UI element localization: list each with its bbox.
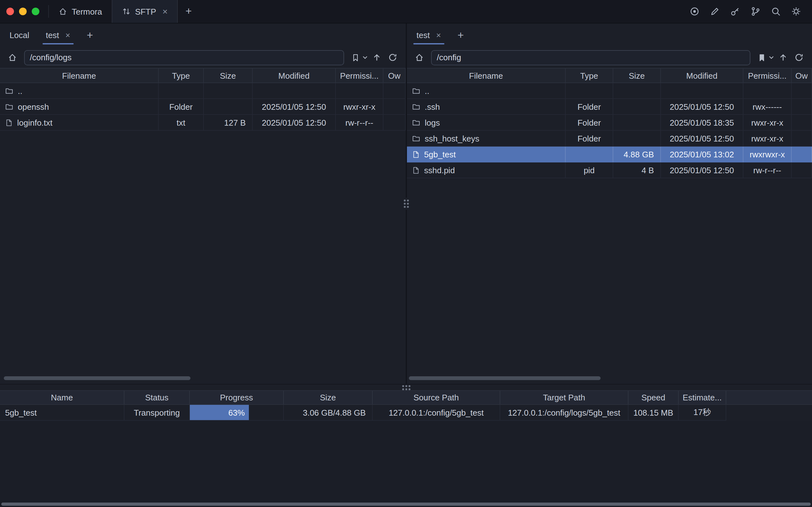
- file-modified: 2025/01/05 18:35: [661, 115, 744, 131]
- right-tab-test[interactable]: test ×: [408, 23, 449, 47]
- tab-sftp-close-icon[interactable]: ×: [163, 7, 168, 16]
- transfer-target-path: 127.0.0.1:/config/logs/5gb_test: [500, 405, 629, 421]
- right-up-directory-icon[interactable]: [776, 50, 790, 65]
- transfers-col-estimate[interactable]: Estimate...: [679, 391, 726, 404]
- bottom-scrollbar[interactable]: [1, 503, 811, 506]
- file-permissions: rw-r--r--: [744, 162, 792, 178]
- file-size: [204, 99, 253, 115]
- file-name: logs: [425, 118, 440, 127]
- table-row[interactable]: ssh_host_keys Folder 2025/01/05 12:50 rw…: [407, 131, 812, 147]
- right-table-header: Filename Type Size Modified Permissi... …: [407, 68, 812, 83]
- right-tab-test-close-icon[interactable]: ×: [436, 31, 441, 39]
- left-bookmark-icon[interactable]: [349, 50, 362, 65]
- transfers-col-size[interactable]: Size: [284, 391, 373, 404]
- left-col-type[interactable]: Type: [159, 68, 204, 82]
- left-refresh-icon[interactable]: [386, 50, 399, 65]
- right-col-size[interactable]: Size: [613, 68, 661, 82]
- transfers-col-source[interactable]: Source Path: [373, 391, 500, 404]
- file-permissions: rwxr-xr-x: [744, 115, 792, 131]
- table-row[interactable]: ..: [407, 83, 812, 99]
- folder-icon: [412, 87, 420, 95]
- file-owner: [792, 162, 812, 178]
- right-bookmark-icon[interactable]: [756, 50, 768, 65]
- file-name: ssh_host_keys: [425, 133, 479, 143]
- right-path-input[interactable]: [431, 50, 750, 65]
- file-permissions: rwxr-xr-x: [336, 99, 383, 115]
- right-col-permissions[interactable]: Permissi...: [744, 68, 792, 82]
- close-window-button[interactable]: [6, 8, 14, 15]
- pane-splitter[interactable]: [406, 23, 407, 384]
- table-row[interactable]: openssh Folder 2025/01/05 12:50 rwxr-xr-…: [0, 99, 406, 115]
- file-size: 127 B: [204, 115, 253, 131]
- key-icon[interactable]: [728, 4, 742, 18]
- file-icon: [412, 150, 420, 158]
- tab-termora[interactable]: Termora: [49, 0, 111, 23]
- table-row[interactable]: ..: [0, 83, 406, 99]
- file-permissions: rw-r--r--: [336, 115, 383, 131]
- right-col-type[interactable]: Type: [566, 68, 613, 82]
- transfers-col-name[interactable]: Name: [0, 391, 124, 404]
- transfers-col-progress[interactable]: Progress: [190, 391, 284, 404]
- file-size: 4.88 GB: [613, 147, 661, 162]
- left-horizontal-scrollbar[interactable]: [4, 376, 191, 380]
- right-new-tab-button[interactable]: +: [449, 23, 472, 47]
- transfers-col-target[interactable]: Target Path: [500, 391, 629, 404]
- titlebar: Termora SFTP × +: [0, 0, 812, 23]
- table-row[interactable]: .ssh Folder 2025/01/05 12:50 rwx------: [407, 99, 812, 115]
- minimize-window-button[interactable]: [19, 8, 27, 15]
- left-path-input[interactable]: [24, 50, 344, 65]
- transfers-header: Name Status Progress Size Source Path Ta…: [0, 390, 812, 405]
- file-type: [159, 83, 204, 99]
- left-col-modified[interactable]: Modified: [253, 68, 336, 82]
- left-tab-test-close-icon[interactable]: ×: [65, 31, 70, 39]
- search-icon[interactable]: [769, 4, 783, 18]
- right-toolbar-actions: [756, 50, 806, 65]
- left-col-owner[interactable]: Ow: [383, 68, 406, 82]
- left-new-tab-button[interactable]: +: [78, 23, 101, 47]
- left-tab-test[interactable]: test ×: [38, 23, 78, 47]
- right-table-body: .. .ssh Folder 2025/01/05 12:50 rwx-----…: [407, 83, 812, 178]
- left-tab-local[interactable]: Local: [1, 23, 38, 47]
- app-window: Termora SFTP × +: [0, 0, 812, 507]
- transfers-col-speed[interactable]: Speed: [629, 391, 679, 404]
- right-col-filename[interactable]: Filename: [407, 68, 566, 82]
- right-bookmark-caret-icon[interactable]: [769, 56, 774, 59]
- right-col-modified[interactable]: Modified: [661, 68, 744, 82]
- branch-icon[interactable]: [749, 4, 762, 18]
- right-home-icon[interactable]: [413, 50, 426, 65]
- new-window-tab-button[interactable]: +: [178, 0, 199, 23]
- zoom-window-button[interactable]: [32, 8, 39, 15]
- left-col-filename[interactable]: Filename: [0, 68, 159, 82]
- file-icon: [5, 118, 13, 127]
- transfers-col-status[interactable]: Status: [124, 391, 190, 404]
- transfer-speed: 108.15 MB: [629, 405, 679, 421]
- file-permissions: [336, 83, 383, 99]
- tab-termora-label: Termora: [72, 7, 102, 16]
- transfers-splitter[interactable]: [0, 384, 812, 390]
- left-up-directory-icon[interactable]: [370, 50, 383, 65]
- table-row[interactable]: logs Folder 2025/01/05 18:35 rwxr-xr-x: [407, 115, 812, 131]
- transfer-name: 5gb_test: [0, 405, 124, 421]
- right-col-owner[interactable]: Ow: [792, 68, 812, 82]
- record-icon[interactable]: [688, 4, 702, 18]
- left-home-icon[interactable]: [6, 50, 19, 65]
- settings-gear-icon[interactable]: [789, 4, 803, 18]
- left-col-permissions[interactable]: Permissi...: [336, 68, 383, 82]
- transfers-splitter-grip-icon[interactable]: [402, 385, 410, 390]
- file-modified: 2025/01/05 12:50: [253, 115, 336, 131]
- file-modified: 2025/01/05 12:50: [661, 131, 744, 147]
- file-size: [613, 131, 661, 147]
- file-icon: [412, 166, 420, 174]
- right-horizontal-scrollbar[interactable]: [409, 376, 601, 380]
- right-refresh-icon[interactable]: [792, 50, 806, 65]
- edit-pencil-icon[interactable]: [708, 4, 722, 18]
- left-col-size[interactable]: Size: [204, 68, 253, 82]
- pane-splitter-grip-icon[interactable]: [402, 198, 410, 210]
- file-name: .ssh: [425, 102, 440, 111]
- tab-sftp[interactable]: SFTP ×: [111, 0, 178, 23]
- table-row-selected[interactable]: 5gb_test 4.88 GB 2025/01/05 13:02 rwxrwx…: [407, 147, 812, 162]
- table-row[interactable]: sshd.pid pid 4 B 2025/01/05 12:50 rw-r--…: [407, 162, 812, 178]
- table-row[interactable]: loginfo.txt txt 127 B 2025/01/05 12:50 r…: [0, 115, 406, 131]
- transfer-row[interactable]: 5gb_test Transporting 63% 3.06 GB/4.88 G…: [0, 405, 812, 421]
- left-bookmark-caret-icon[interactable]: [363, 56, 368, 59]
